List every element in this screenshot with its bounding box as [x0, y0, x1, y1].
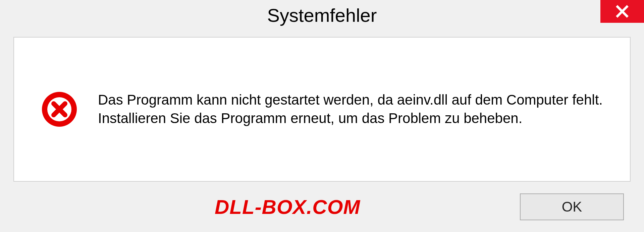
- error-message: Das Programm kann nicht gestartet werden…: [98, 91, 603, 127]
- footer: DLL-BOX.COM OK: [0, 182, 644, 232]
- error-icon: [41, 91, 78, 128]
- ok-button[interactable]: OK: [520, 193, 624, 220]
- content-panel: Das Programm kann nicht gestartet werden…: [13, 37, 631, 182]
- ok-button-label: OK: [562, 199, 582, 215]
- dialog-title: Systemfehler: [267, 4, 377, 26]
- titlebar: Systemfehler: [0, 0, 644, 30]
- error-dialog: Systemfehler Das Programm kann nicht ges…: [0, 0, 644, 232]
- close-icon: [615, 5, 629, 18]
- watermark-text: DLL-BOX.COM: [215, 195, 360, 219]
- close-button[interactable]: [600, 0, 644, 23]
